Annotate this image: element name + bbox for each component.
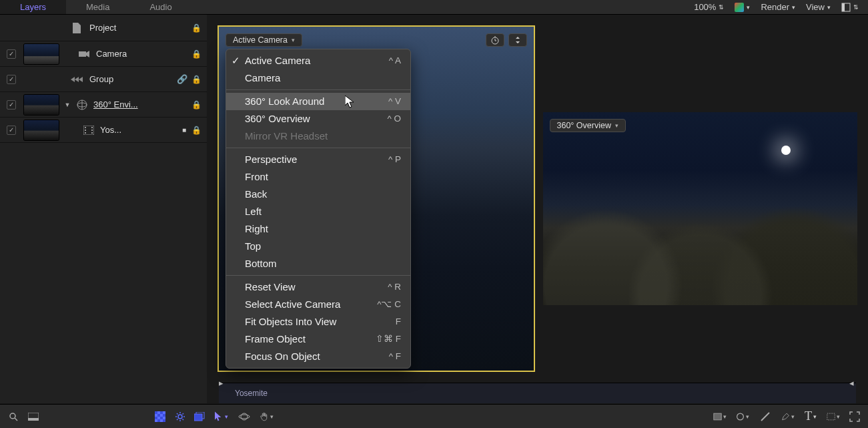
camera-dropdown-menu: ✓ Active Camera ^ A Camera 360° Look Aro… (226, 49, 411, 369)
link-icon[interactable]: 🔗 (177, 74, 187, 84)
check-icon: ✓ (232, 53, 240, 68)
menu-left[interactable]: Left (226, 203, 410, 220)
rect-tool[interactable]: ▾ (713, 410, 727, 423)
layout-dropdown[interactable]: ⇅ (841, 3, 859, 12)
menu-fit-objects[interactable]: Fit Objects Into ViewF (226, 313, 410, 331)
menu-camera[interactable]: Camera (226, 69, 410, 87)
menu-shortcut: ⇧⌘ F (376, 332, 401, 347)
menu-shortcut: ^ F (389, 349, 401, 364)
fullscreen-icon[interactable] (848, 410, 861, 423)
menu-mirror-vr: Mirror VR Headset (226, 128, 410, 145)
layout-icon (841, 3, 851, 12)
circle-tool[interactable]: ▾ (736, 410, 749, 423)
tab-media[interactable]: Media (66, 0, 129, 14)
line-tool[interactable] (759, 410, 772, 423)
chevron-down-icon: ▾ (792, 4, 795, 11)
color-swatch-icon (735, 3, 744, 12)
menu-bottom[interactable]: Bottom (226, 255, 410, 272)
360-icon (76, 99, 88, 111)
svg-rect-11 (91, 130, 93, 131)
lock-icon[interactable]: 🔒 (191, 23, 201, 33)
layer-row-camera[interactable]: ✓ Camera 🔒 (0, 41, 207, 67)
gear-icon[interactable] (173, 410, 187, 423)
mask-tool[interactable]: ▾ (827, 410, 840, 423)
menu-select-active-camera[interactable]: Select Active Camera^⌥ C (226, 296, 410, 313)
svg-rect-9 (85, 132, 86, 134)
render-dropdown[interactable]: Render▾ (761, 2, 795, 12)
pointer-tool[interactable]: ▾ (215, 410, 228, 423)
timeline[interactable]: ▸ ◂ Yosemite (219, 383, 856, 403)
menu-front[interactable]: Front (226, 168, 410, 186)
overview-dropdown-button[interactable]: 360° Overview ▾ (550, 119, 626, 132)
svg-point-44 (737, 413, 744, 420)
menu-reset-view[interactable]: Reset View^ R (226, 278, 410, 296)
menu-top[interactable]: Top (226, 238, 410, 255)
menu-perspective[interactable]: Perspective^ P (226, 151, 410, 168)
lock-icon[interactable]: 🔒 (191, 100, 201, 110)
clip-indicator-icon: ■ (182, 126, 186, 134)
menu-active-camera[interactable]: ✓ Active Camera ^ A (226, 52, 410, 69)
playhead-end-icon[interactable]: ◂ (849, 378, 856, 385)
menu-label: Left (245, 204, 262, 219)
disclosure-arrow[interactable]: ▼ (64, 101, 71, 108)
svg-rect-27 (160, 417, 163, 419)
search-icon[interactable] (7, 410, 20, 423)
svg-rect-43 (714, 413, 721, 420)
visibility-checkbox[interactable]: ✓ (7, 75, 16, 84)
camera-dropdown-button[interactable]: Active Camera ▾ (226, 33, 302, 47)
menu-label: 360° Overview (245, 112, 310, 126)
orbit-tool[interactable] (238, 410, 251, 423)
tab-layers[interactable]: Layers (0, 0, 66, 14)
hand-tool[interactable]: ▾ (260, 410, 274, 423)
layers-sidebar: Project 🔒 ✓ Camera 🔒 ✓ Group 🔗🔒 ✓ ▼ (0, 15, 207, 403)
menu-shortcut: ^ P (388, 152, 401, 167)
svg-line-38 (183, 413, 184, 415)
zoom-dropdown[interactable]: 100%⇅ (694, 2, 724, 12)
cursor-icon (345, 95, 356, 109)
layer-row-360env[interactable]: ✓ ▼ 360° Envi... 🔒 (0, 92, 207, 118)
menu-360-look-around[interactable]: 360° Look Around ^ V (226, 93, 410, 110)
settings-button[interactable] (508, 33, 527, 47)
layer-row-clip[interactable]: ✓ Yos... ■ 🔒 (0, 118, 207, 143)
menu-label: Frame Object (245, 332, 306, 347)
checker-icon[interactable] (153, 410, 167, 423)
visibility-checkbox[interactable]: ✓ (7, 100, 16, 110)
layer-row-group[interactable]: ✓ Group 🔗🔒 (0, 67, 207, 92)
menu-label: Active Camera (245, 53, 310, 68)
menu-360-overview[interactable]: 360° Overview^ O (226, 110, 410, 128)
svg-rect-12 (91, 132, 93, 134)
viewport-right[interactable]: 360° Overview ▾ (543, 112, 858, 305)
menu-frame-object[interactable]: Frame Object⇧⌘ F (226, 331, 410, 348)
menu-separator (226, 148, 410, 148)
panel-icon[interactable] (27, 410, 40, 423)
tab-audio[interactable]: Audio (129, 0, 191, 14)
timeline-clip-label: Yosemite (235, 389, 268, 398)
svg-point-42 (239, 415, 250, 419)
visibility-checkbox[interactable]: ✓ (7, 49, 16, 59)
lock-icon[interactable]: 🔒 (191, 75, 201, 84)
viewport-left[interactable]: Active Camera ▾ ✓ Active Camera ^ A Came… (218, 25, 535, 372)
layer-name: Project (89, 23, 186, 33)
svg-rect-25 (163, 414, 165, 417)
stack-icon[interactable] (193, 410, 207, 423)
menu-right[interactable]: Right (226, 220, 410, 238)
layer-name: Yos... (100, 125, 177, 135)
timing-button[interactable] (486, 33, 504, 47)
menu-back[interactable]: Back (226, 186, 410, 203)
menu-shortcut: ^ O (387, 112, 401, 126)
viewport-image (543, 112, 858, 305)
color-dropdown[interactable]: ▾ (735, 3, 750, 12)
text-tool[interactable]: T▾ (804, 410, 817, 423)
menu-focus-object[interactable]: Focus On Object^ F (226, 348, 410, 365)
playhead-start-icon[interactable]: ▸ (219, 378, 226, 385)
svg-rect-8 (85, 130, 86, 131)
menu-label: Camera (245, 71, 280, 85)
layer-row-project[interactable]: Project 🔒 (0, 15, 207, 41)
view-dropdown[interactable]: View▾ (806, 2, 831, 12)
pen-tool[interactable]: ▾ (781, 410, 795, 423)
lock-icon[interactable]: 🔒 (191, 49, 201, 59)
layer-thumbnail (24, 120, 59, 140)
lock-icon[interactable]: 🔒 (191, 126, 201, 135)
visibility-checkbox[interactable]: ✓ (7, 126, 16, 135)
chevron-down-icon: ▾ (827, 4, 831, 11)
